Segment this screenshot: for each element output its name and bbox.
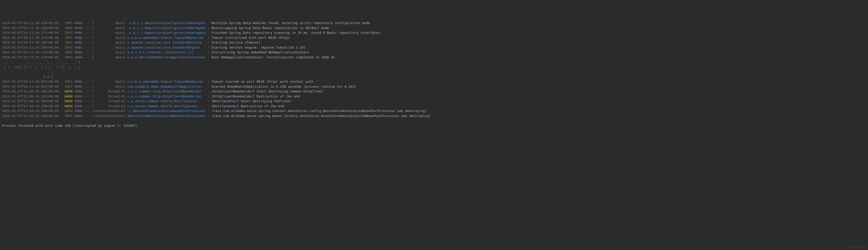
log-pid: 4066 [74,46,82,49]
log-line: 2024-03-07T13:06:19.396+08:00 INFO 4066 … [2,108,866,113]
console-output[interactable]: 2024-03-07T10:21:38.426+08:00 INFO 4066 … [2,21,866,128]
log-colon: : [208,46,210,49]
log-message: Bootstrapping Spring Data Redis reposito… [212,26,331,30]
log-logger: w.s.c.ServletWebServerApplicationContext [127,55,206,59]
log-colon: : [208,109,210,113]
log-level: WARN [63,94,72,98]
log-thread: [ Thread-5] [92,104,125,108]
log-timestamp: 2024-03-07T13:06:19.368+08:00 [2,104,59,108]
log-thread: [ionShutdownHook] [92,109,125,113]
log-separator: --- [84,85,90,88]
log-pid: 4066 [74,36,82,39]
log-line: 2024-03-07T10:21:38.426+08:00 INFO 4066 … [2,21,866,26]
log-thread: [ main] [92,85,125,88]
log-separator: --- [84,104,90,108]
log-timestamp: 2024-03-07T13:06:19.396+08:00 [2,109,59,113]
log-line: 2024-03-07T10:21:38.471+08:00 INFO 4066 … [2,30,866,35]
log-thread: [ main] [92,26,125,30]
log-logger: o.s.b.w.embedded.tomcat.TomcatWebServer [127,80,206,83]
log-colon: : [208,50,210,54]
log-thread: [ main] [92,55,125,59]
log-message: Starting service [Tomcat] [212,40,261,44]
log-timestamp: 2024-03-07T13:06:19.367+08:00 [2,94,59,98]
log-logger: AnnotationNacosInjectedBeanPostProcessor [127,114,206,118]
log-message: [NotifyCenter] Start destroying Publishe… [212,99,292,103]
log-colon: : [208,36,210,39]
log-logger: o.apache.catalina.core.StandardEngine [127,46,206,49]
log-logger: .s.d.r.c.RepositoryConfigurationDelegate [127,26,206,30]
log-timestamp: 2024-03-07T10:21:40.855+08:00 [2,80,59,83]
log-message: Started DemoBootV3Application in 5.238 s… [212,85,356,88]
log-pid: 4066 [74,31,82,34]
log-colon: : [208,85,210,88]
log-level: INFO [63,46,72,49]
log-separator: --- [84,109,90,113]
log-level: WARN [63,104,72,108]
ascii-banner: / | [2,70,53,74]
log-separator: --- [84,55,90,59]
log-timestamp: 2024-03-07T13:06:19.365+08:00 [2,89,59,93]
log-line: 2024-03-07T13:06:19.365+08:00 WARN 4066 … [2,89,866,94]
log-message: Tomcat initialized with port 8010 (http) [212,36,290,39]
log-logger: o.a.c.c.C.[Tomcat].[localhost].[/] [127,50,206,54]
log-colon: : [208,31,210,34]
log-separator: --- [84,114,90,118]
log-colon: : [208,80,210,83]
log-pid: 4066 [74,99,82,103]
log-logger: c.a.n.common.http.HttpClientBeanHolder [127,94,206,98]
ascii-banner: | | |\/|_)(_| | | |_\ |_)| |_ |_\ [2,65,80,69]
log-message: Starting Servlet engine: [Apache Tomcat/… [212,46,306,49]
log-separator: --- [84,94,90,98]
log-logger: c.a.nacos.common.notify.NotifyCenter [127,104,206,108]
log-level: INFO [63,31,72,34]
log-pid: 4066 [74,114,82,118]
log-colon: : [208,21,210,25]
log-pid: 4066 [74,50,82,54]
ascii-banner: _ _ _ _ _ ___ |__ _: ___ _ | _ [2,60,98,64]
log-timestamp: 2024-03-07T10:21:39.155+08:00 [2,36,59,39]
log-pid: 4066 [74,104,82,108]
log-level: INFO [63,21,72,25]
log-thread: [ Thread-0] [92,94,125,98]
log-pid: 4066 [74,55,82,59]
log-line: 2024-03-07T10:21:39.165+08:00 INFO 4066 … [2,45,866,50]
log-thread: [ main] [92,40,125,44]
log-logger: .s.d.r.c.RepositoryConfigurationDelegate [127,31,206,34]
log-message: [HttpClientBeanHolder] Start destroying … [212,89,323,93]
log-thread: [ main] [92,36,125,39]
log-message: Root WebApplicationContext: initializati… [212,55,335,59]
log-line: 2024-03-07T10:21:40.893+08:00 INFO 4066 … [2,84,866,89]
log-colon: : [208,40,210,44]
log-logger: o.apache.catalina.core.StandardService [127,40,206,44]
log-message: Finished Spring Data repository scanning… [212,31,382,34]
log-message: [NotifyCenter] Destruction of the end [212,104,284,108]
log-logger: o.s.b.w.embedded.tomcat.TomcatWebServer [127,36,206,39]
log-pid: 4066 [74,109,82,113]
log-separator: --- [84,31,90,34]
log-level: INFO [63,55,72,59]
log-thread: [ main] [92,46,125,49]
log-pid: 4066 [74,21,82,25]
log-timestamp: 2024-03-07T10:21:39.165+08:00 [2,40,59,44]
log-message: class com.alibaba.nacos.spring.context.a… [212,109,427,113]
log-separator: --- [84,99,90,103]
log-timestamp: 2024-03-07T10:21:39.165+08:00 [2,46,59,49]
log-logger: com.example.demo.DemoBootV3Application [127,85,206,88]
log-separator: --- [84,89,90,93]
log-message: class com.alibaba.nacos.spring.beans.fac… [212,114,431,118]
log-message: Initializing Spring embedded WebApplicat… [212,50,309,54]
log-level: INFO [63,80,72,83]
log-level: INFO [63,114,72,118]
log-separator: --- [84,21,90,25]
log-pid: 4066 [74,26,82,30]
log-colon: : [208,94,210,98]
log-logger: .s.d.r.c.RepositoryConfigurationDelegate [127,21,206,25]
log-level: INFO [63,85,72,88]
log-separator: --- [84,50,90,54]
log-level: INFO [63,109,72,113]
log-logger: c.a.n.common.http.HttpClientBeanHolder [127,89,206,93]
log-line: 2024-03-07T10:21:39.165+08:00 INFO 4066 … [2,40,866,45]
log-pid: 4066 [74,89,82,93]
log-timestamp: 2024-03-07T10:21:38.471+08:00 [2,31,59,34]
log-level: INFO [63,26,72,30]
